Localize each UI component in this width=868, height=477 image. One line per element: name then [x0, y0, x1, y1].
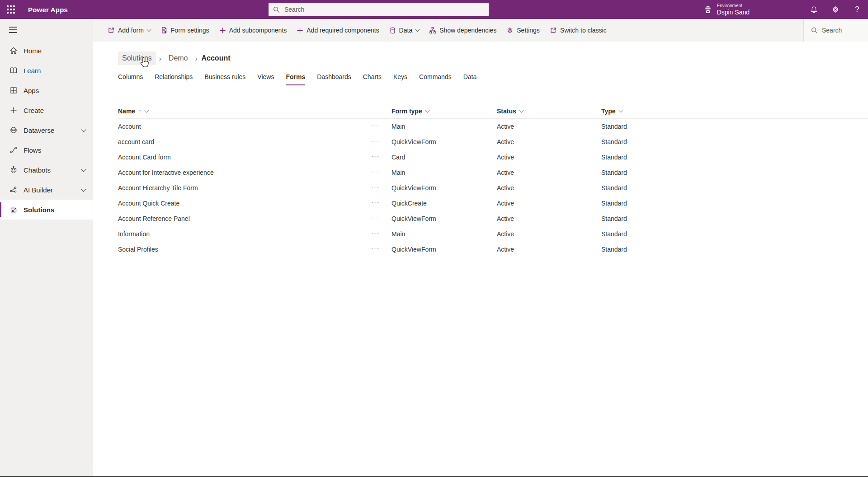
entity-tab[interactable]: Charts: [363, 70, 382, 85]
row-more-button[interactable]: ···: [371, 229, 392, 239]
sidebar-item-label: Solutions: [24, 206, 54, 214]
apps-icon: [9, 86, 18, 95]
sidebar-item-create[interactable]: Create: [0, 100, 93, 120]
cell-form-name[interactable]: Account Hierarchy Tile Form: [118, 184, 371, 192]
add-required-components-button[interactable]: Add required components: [297, 27, 379, 34]
column-header-status[interactable]: Status: [497, 108, 601, 115]
environment-icon: [703, 5, 712, 14]
sidebar-item-learn[interactable]: Learn: [0, 61, 93, 80]
table-row[interactable]: account card ··· QuickViewForm Active St…: [118, 134, 868, 150]
entity-tab[interactable]: Columns: [118, 70, 143, 85]
cell-status: Active: [497, 169, 601, 176]
cell-form-type: QuickCreate: [392, 200, 497, 207]
breadcrumb-solutions[interactable]: Solutions: [118, 51, 156, 65]
entity-tab[interactable]: Relationships: [155, 70, 193, 85]
table-row[interactable]: Account Card form ··· Card Active Standa…: [118, 150, 868, 165]
entity-tab[interactable]: Data: [463, 70, 477, 85]
settings-button-topbar[interactable]: [825, 0, 846, 19]
table-row[interactable]: Account Reference Panel ··· QuickViewFor…: [118, 211, 868, 226]
column-header-form-type[interactable]: Form type: [392, 108, 497, 115]
row-more-button[interactable]: ···: [371, 137, 392, 147]
table-row[interactable]: Account ··· Main Active Standard: [118, 119, 868, 134]
cell-form-type: Main: [392, 169, 497, 176]
sidebar: Home Learn Apps Create Dataverse Flows C…: [0, 19, 93, 476]
cell-type: Standard: [601, 230, 868, 238]
row-more-button[interactable]: ···: [371, 122, 392, 131]
main-area: Add form Form settings Add subcomponents…: [93, 19, 868, 476]
cell-form-name[interactable]: Account Card form: [118, 154, 371, 161]
table-row[interactable]: Account for Interactive experience ··· M…: [118, 165, 868, 180]
chatbots-icon: [9, 165, 18, 174]
column-header-name[interactable]: Name ↑: [118, 108, 371, 115]
help-button[interactable]: ?: [846, 0, 868, 19]
search-icon: [811, 27, 818, 34]
environment-picker[interactable]: Environment Dspin Sand: [703, 3, 750, 16]
add-form-button[interactable]: Add form: [108, 27, 151, 34]
dataverse-icon: [9, 126, 18, 135]
sidebar-item-home[interactable]: Home: [0, 41, 93, 61]
cell-form-name[interactable]: Social Profiles: [118, 246, 371, 253]
data-menu-button[interactable]: Data: [389, 27, 420, 34]
cell-form-name[interactable]: Account for Interactive experience: [118, 169, 371, 176]
sidebar-item-solutions[interactable]: Solutions: [0, 200, 93, 220]
row-more-button[interactable]: ···: [371, 199, 392, 208]
plus-icon: [297, 27, 303, 34]
sidebar-item-chatbots[interactable]: Chatbots: [0, 160, 93, 180]
collapse-nav-button[interactable]: [0, 19, 93, 41]
global-search-input[interactable]: [284, 6, 484, 13]
entity-tab[interactable]: Dashboards: [317, 70, 351, 85]
table-row[interactable]: Account Quick Create ··· QuickCreate Act…: [118, 196, 868, 211]
database-icon: [389, 27, 396, 34]
global-search-box[interactable]: [269, 3, 489, 16]
sidebar-item-ai-builder[interactable]: AI Builder: [0, 180, 93, 200]
cell-form-name[interactable]: account card: [118, 138, 371, 145]
cell-status: Active: [497, 123, 601, 130]
row-more-button[interactable]: ···: [371, 245, 392, 254]
chevron-down-icon: [425, 108, 429, 112]
column-header-type[interactable]: Type: [601, 108, 868, 115]
switch-to-classic-button[interactable]: Switch to classic: [550, 27, 607, 34]
table-row[interactable]: Account Hierarchy Tile Form ··· QuickVie…: [118, 180, 868, 196]
settings-button[interactable]: Settings: [506, 27, 540, 34]
notifications-button[interactable]: [803, 0, 825, 19]
form-settings-button[interactable]: Form settings: [160, 27, 209, 34]
cell-form-name[interactable]: Information: [118, 230, 371, 238]
learn-icon: [9, 66, 18, 75]
cell-form-name[interactable]: Account Quick Create: [118, 200, 371, 207]
entity-tab[interactable]: Forms: [286, 70, 305, 85]
dependencies-icon: [429, 27, 436, 34]
entity-tab[interactable]: Commands: [419, 70, 452, 85]
table-row[interactable]: Information ··· Main Active Standard: [118, 226, 868, 242]
cell-form-name[interactable]: Account Reference Panel: [118, 215, 371, 222]
entity-tab[interactable]: Views: [257, 70, 274, 85]
cell-status: Active: [497, 138, 601, 145]
show-dependencies-button[interactable]: Show dependencies: [429, 27, 496, 34]
row-more-button[interactable]: ···: [371, 153, 392, 162]
sidebar-item-apps[interactable]: Apps: [0, 80, 93, 100]
sidebar-item-flows[interactable]: Flows: [0, 140, 93, 160]
sidebar-item-label: Learn: [24, 67, 41, 75]
breadcrumb-current: Account: [201, 51, 231, 65]
chevron-down-icon: [81, 187, 86, 192]
sidebar-item-label: Create: [24, 107, 44, 114]
row-more-button[interactable]: ···: [371, 214, 392, 224]
toolbar-search-box[interactable]: Search: [803, 19, 868, 42]
plus-icon: [219, 27, 226, 34]
breadcrumb-demo[interactable]: Demo: [165, 51, 192, 65]
add-subcomponents-button[interactable]: Add subcomponents: [219, 27, 287, 34]
sidebar-item-dataverse[interactable]: Dataverse: [0, 120, 93, 140]
table-row[interactable]: Social Profiles ··· QuickViewForm Active…: [118, 242, 868, 257]
entity-tab[interactable]: Keys: [393, 70, 407, 85]
environment-name: Dspin Sand: [717, 9, 750, 16]
cell-form-name[interactable]: Account: [118, 123, 371, 130]
row-more-button[interactable]: ···: [371, 183, 392, 193]
search-icon: [273, 6, 280, 13]
topbar-right: Environment Dspin Sand ?: [703, 0, 868, 19]
app-launcher-button[interactable]: [0, 0, 22, 19]
cell-type: Standard: [601, 184, 868, 192]
app-title: Power Apps: [28, 6, 68, 14]
row-more-button[interactable]: ···: [371, 168, 392, 178]
entity-tab[interactable]: Business rules: [204, 70, 245, 85]
cell-form-type: Card: [392, 154, 497, 161]
cell-status: Active: [497, 184, 601, 192]
